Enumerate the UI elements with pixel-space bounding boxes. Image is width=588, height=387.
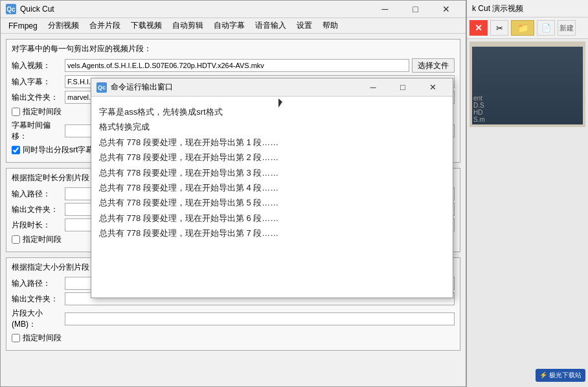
menu-ffmpeg[interactable]: FFmpeg <box>3 18 43 33</box>
right-panel-title: k Cut 演示视频 <box>467 0 588 18</box>
menu-settings[interactable]: 设置 <box>291 18 317 33</box>
toolbar-folder-btn[interactable]: 📁 <box>511 20 534 36</box>
maximize-button[interactable]: □ <box>401 3 430 16</box>
menu-help[interactable]: 帮助 <box>317 18 343 33</box>
toolbar-close-icon: ✕ <box>475 23 482 33</box>
s2-input-path-label: 输入路径： <box>12 189 62 200</box>
s3-time-period-checkbox[interactable] <box>12 334 20 342</box>
menu-merge-segments[interactable]: 合并片段 <box>84 18 126 33</box>
toolbar-page-btn[interactable]: 📄 <box>537 20 555 36</box>
menu-download-video[interactable]: 下载视频 <box>126 18 167 33</box>
dialog-controls: ─ □ ✕ <box>358 80 447 95</box>
menu-auto-subtitle[interactable]: 自动字幕 <box>209 18 250 33</box>
window-controls: ─ □ ✕ <box>370 3 460 16</box>
s3-size-label: 片段大小(MB)： <box>12 308 62 330</box>
dialog-line-8: 总共有 778 段要处理，现在开始导出第 7 段…… <box>99 226 445 240</box>
dialog-maximize-button[interactable]: □ <box>388 80 418 95</box>
output-folder-label: 输出文件夹： <box>12 92 62 103</box>
menu-bar: FFmpeg 分割视频 合并片段 下载视频 自动剪辑 自动字幕 语音输入 设置 … <box>1 18 466 34</box>
s3-time-period-label: 指定时间段 <box>23 333 62 344</box>
right-panel-toolbar: ✕ ✂ 📁 📄 新建 <box>467 18 588 39</box>
dialog-title-bar: Qc 命令运行输出窗口 ─ □ ✕ <box>91 78 453 97</box>
dialog-line-0: 字幕是ass格式，先转换成srt格式 <box>99 104 445 119</box>
s3-time-period-row: 指定时间段 <box>12 333 455 344</box>
time-period-label: 指定时间段 <box>23 106 62 117</box>
minimize-button[interactable]: ─ <box>370 3 400 16</box>
new-folder-icon: 新建 <box>560 23 574 33</box>
right-panel: k Cut 演示视频 ✕ ✂ 📁 📄 新建 ent D.S HD <box>466 0 588 387</box>
close-button[interactable]: ✕ <box>431 3 460 16</box>
watermark: ⚡ 极光下载站 <box>536 369 585 382</box>
folder-icon: 📁 <box>517 23 528 33</box>
input-video-row: 输入视频： 选择文件 <box>12 58 455 73</box>
dialog-title: 命令运行输出窗口 <box>111 82 358 93</box>
s2-time-period-checkbox[interactable] <box>12 235 20 244</box>
cut-icon: ✂ <box>496 23 503 33</box>
s3-size-row: 片段大小(MB)： <box>12 308 455 330</box>
right-panel-file-area: ent D.S HD S.m <box>469 41 585 127</box>
toolbar-cut-btn[interactable]: ✂ <box>490 20 508 36</box>
command-output-dialog: Qc 命令运行输出窗口 ─ □ ✕ 字幕是ass格式，先转换成srt格式 格式转… <box>91 78 453 298</box>
dialog-line-3: 总共有 778 段要处理，现在开始导出第 2 段…… <box>99 150 445 165</box>
s3-output-folder-label: 输出文件夹： <box>12 294 62 305</box>
dialog-line-4: 总共有 778 段要处理，现在开始导出第 3 段…… <box>99 165 445 180</box>
input-subtitle-label: 输入字幕： <box>12 76 62 88</box>
menu-voice-input[interactable]: 语音输入 <box>250 18 291 33</box>
dialog-close-button[interactable]: ✕ <box>418 80 447 95</box>
main-title-bar: Qc Quick Cut ─ □ ✕ <box>1 1 466 18</box>
select-file-button[interactable]: 选择文件 <box>412 58 455 73</box>
input-video-label: 输入视频： <box>12 60 62 71</box>
menu-auto-edit[interactable]: 自动剪辑 <box>167 18 209 33</box>
dialog-icon: Qc <box>96 82 107 93</box>
dialog-minimize-button[interactable]: ─ <box>358 80 388 95</box>
subtitle-cut-title: 对字幕中的每一句剪出对应的视频片段： <box>12 43 455 54</box>
dialog-line-7: 总共有 778 段要处理，现在开始导出第 6 段…… <box>99 211 445 226</box>
s3-size-field[interactable] <box>65 312 455 325</box>
s2-output-folder-label: 输出文件夹： <box>12 204 62 215</box>
dialog-line-2: 总共有 778 段要处理，现在开始导出第 1 段…… <box>99 135 445 150</box>
right-thumbnail-label: ent D.S HD S.m <box>473 95 485 123</box>
dialog-content: 字幕是ass格式，先转换成srt格式 格式转换完成 总共有 778 段要处理，现… <box>91 97 453 298</box>
dialog-line-5: 总共有 778 段要处理，现在开始导出第 4 段…… <box>99 180 445 195</box>
app-icon: Qc <box>6 4 16 14</box>
menu-split-video[interactable]: 分割视频 <box>43 18 84 33</box>
s2-time-period-label: 指定时间段 <box>23 234 62 245</box>
dialog-line-6: 总共有 778 段要处理，现在开始导出第 5 段…… <box>99 195 445 210</box>
export-srt-checkbox[interactable] <box>12 146 20 154</box>
time-period-checkbox[interactable] <box>12 108 20 116</box>
s2-duration-label: 片段时长： <box>12 220 62 231</box>
dialog-line-1: 格式转换完成 <box>99 119 445 134</box>
export-srt-label: 同时导出分段srt字幕 <box>23 145 93 156</box>
s3-input-path-label: 输入路径： <box>12 278 62 289</box>
app-title: Quick Cut <box>20 5 370 14</box>
toolbar-new-folder-btn[interactable]: 新建 <box>558 20 576 36</box>
right-thumbnail: ent D.S HD S.m <box>472 47 583 124</box>
subtitle-offset-label: 字幕时间偏移： <box>12 120 62 142</box>
toolbar-close-btn[interactable]: ✕ <box>469 20 488 36</box>
page-icon: 📄 <box>541 23 551 32</box>
input-video-field[interactable] <box>65 59 409 72</box>
